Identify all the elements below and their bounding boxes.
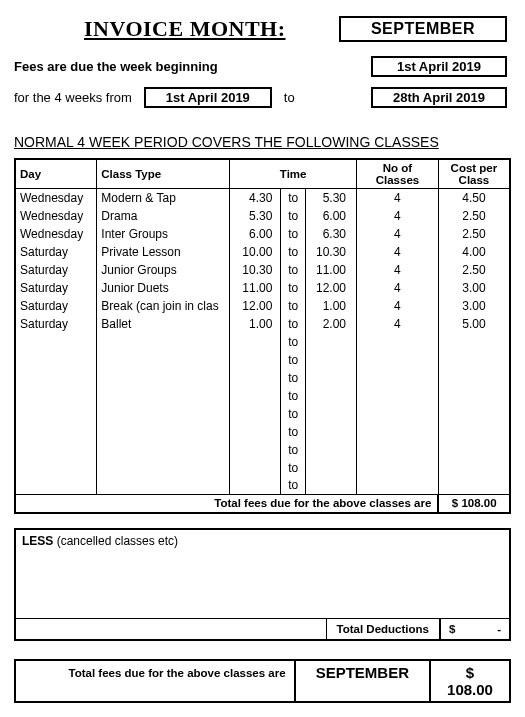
cell-to: to bbox=[281, 387, 306, 405]
table-row-empty: to bbox=[15, 369, 510, 387]
table-row: SaturdayPrivate Lesson10.00to10.3044.00 bbox=[15, 243, 510, 261]
cell-cost: 4.50 bbox=[438, 189, 510, 207]
cell-cost: 3.00 bbox=[438, 279, 510, 297]
table-row: SaturdayJunior Duets11.00to12.0043.00 bbox=[15, 279, 510, 297]
cell-time-end: 1.00 bbox=[305, 297, 356, 315]
cell-type: Modern & Tap bbox=[97, 189, 230, 207]
deductions-label: Total Deductions bbox=[326, 619, 439, 639]
cell-day: Saturday bbox=[15, 297, 97, 315]
cell-num: 4 bbox=[357, 315, 439, 333]
cell-num: 4 bbox=[357, 189, 439, 207]
table-row: SaturdayJunior Groups10.30to11.0042.50 bbox=[15, 261, 510, 279]
cell-time-end: 10.30 bbox=[305, 243, 356, 261]
cell-to: to bbox=[281, 297, 306, 315]
cell-type: Inter Groups bbox=[97, 225, 230, 243]
due-date: 1st April 2019 bbox=[371, 56, 507, 77]
table-row-empty: to bbox=[15, 405, 510, 423]
cell-to: to bbox=[281, 315, 306, 333]
from-label: for the 4 weeks from bbox=[14, 90, 132, 105]
cell-day: Saturday bbox=[15, 315, 97, 333]
cell-time-start: 6.00 bbox=[230, 225, 281, 243]
cell-cost: 4.00 bbox=[438, 243, 510, 261]
cell-num: 4 bbox=[357, 297, 439, 315]
to-date: 28th April 2019 bbox=[371, 87, 507, 108]
cell-to: to bbox=[281, 225, 306, 243]
invoice-month-value: SEPTEMBER bbox=[339, 16, 507, 42]
less-header: LESS (cancelled classes etc) bbox=[22, 534, 503, 548]
cell-to: to bbox=[281, 333, 306, 351]
table-row-empty: to bbox=[15, 423, 510, 441]
cell-type: Drama bbox=[97, 207, 230, 225]
cell-to: to bbox=[281, 189, 306, 207]
cell-time-end: 2.00 bbox=[305, 315, 356, 333]
col-time: Time bbox=[230, 159, 357, 189]
total-above-value: $ 108.00 bbox=[438, 495, 510, 513]
cell-to: to bbox=[281, 261, 306, 279]
section-heading: NORMAL 4 WEEK PERIOD COVERS THE FOLLOWIN… bbox=[14, 134, 511, 150]
cell-cost: 2.50 bbox=[438, 207, 510, 225]
col-class-type: Class Type bbox=[97, 159, 230, 189]
table-row-empty: to bbox=[15, 387, 510, 405]
cell-cost: 5.00 bbox=[438, 315, 510, 333]
cell-time-start: 10.00 bbox=[230, 243, 281, 261]
from-row: for the 4 weeks from 1st April 2019 to 2… bbox=[14, 87, 511, 108]
cell-to: to bbox=[281, 441, 306, 459]
cell-time-end: 12.00 bbox=[305, 279, 356, 297]
cell-to: to bbox=[281, 405, 306, 423]
cell-num: 4 bbox=[357, 261, 439, 279]
from-date: 1st April 2019 bbox=[144, 87, 272, 108]
table-row-empty: to bbox=[15, 441, 510, 459]
final-label: Total fees due for the above classes are bbox=[16, 661, 294, 701]
col-day: Day bbox=[15, 159, 97, 189]
invoice-month-label: INVOICE MONTH: bbox=[84, 16, 286, 42]
cell-cost: 2.50 bbox=[438, 225, 510, 243]
cell-time-start: 4.30 bbox=[230, 189, 281, 207]
cell-num: 4 bbox=[357, 207, 439, 225]
due-row: Fees are due the week beginning 1st Apri… bbox=[14, 56, 511, 77]
cell-day: Saturday bbox=[15, 279, 97, 297]
cell-to: to bbox=[281, 351, 306, 369]
classes-table: Day Class Type Time No of Classes Cost p… bbox=[14, 158, 511, 514]
to-label: to bbox=[284, 90, 295, 105]
cell-type: Private Lesson bbox=[97, 243, 230, 261]
less-label-bold: LESS bbox=[22, 534, 53, 548]
less-box: LESS (cancelled classes etc) Total Deduc… bbox=[14, 528, 511, 641]
cell-to: to bbox=[281, 243, 306, 261]
cell-time-end: 5.30 bbox=[305, 189, 356, 207]
cell-num: 4 bbox=[357, 243, 439, 261]
cell-time-start: 11.00 bbox=[230, 279, 281, 297]
final-value: $ 108.00 bbox=[429, 661, 509, 701]
cell-type: Junior Duets bbox=[97, 279, 230, 297]
total-above-label: Total fees due for the above classes are bbox=[15, 495, 438, 513]
table-row-empty: to bbox=[15, 333, 510, 351]
cell-to: to bbox=[281, 369, 306, 387]
cell-time-end: 6.30 bbox=[305, 225, 356, 243]
cell-cost: 2.50 bbox=[438, 261, 510, 279]
col-cost: Cost per Class bbox=[438, 159, 510, 189]
cell-to: to bbox=[281, 477, 306, 495]
less-body bbox=[22, 548, 503, 618]
cell-time-end: 6.00 bbox=[305, 207, 356, 225]
cell-day: Wednesday bbox=[15, 225, 97, 243]
table-row-empty: to bbox=[15, 477, 510, 495]
table-row: WednesdayInter Groups6.00to6.3042.50 bbox=[15, 225, 510, 243]
cell-day: Saturday bbox=[15, 261, 97, 279]
cell-time-start: 12.00 bbox=[230, 297, 281, 315]
cell-time-start: 10.30 bbox=[230, 261, 281, 279]
table-row-empty: to bbox=[15, 351, 510, 369]
cell-day: Wednesday bbox=[15, 207, 97, 225]
final-row: Total fees due for the above classes are… bbox=[14, 659, 511, 703]
table-row: SaturdayBallet1.00to2.0045.00 bbox=[15, 315, 510, 333]
final-month: SEPTEMBER bbox=[294, 661, 429, 701]
cell-num: 4 bbox=[357, 225, 439, 243]
cell-to: to bbox=[281, 423, 306, 441]
cell-type: Ballet bbox=[97, 315, 230, 333]
cell-time-start: 5.30 bbox=[230, 207, 281, 225]
cell-time-start: 1.00 bbox=[230, 315, 281, 333]
due-label: Fees are due the week beginning bbox=[14, 59, 218, 74]
cell-day: Wednesday bbox=[15, 189, 97, 207]
cell-type: Junior Groups bbox=[97, 261, 230, 279]
cell-day: Saturday bbox=[15, 243, 97, 261]
deductions-value: $ - bbox=[439, 619, 509, 639]
col-no-classes: No of Classes bbox=[357, 159, 439, 189]
